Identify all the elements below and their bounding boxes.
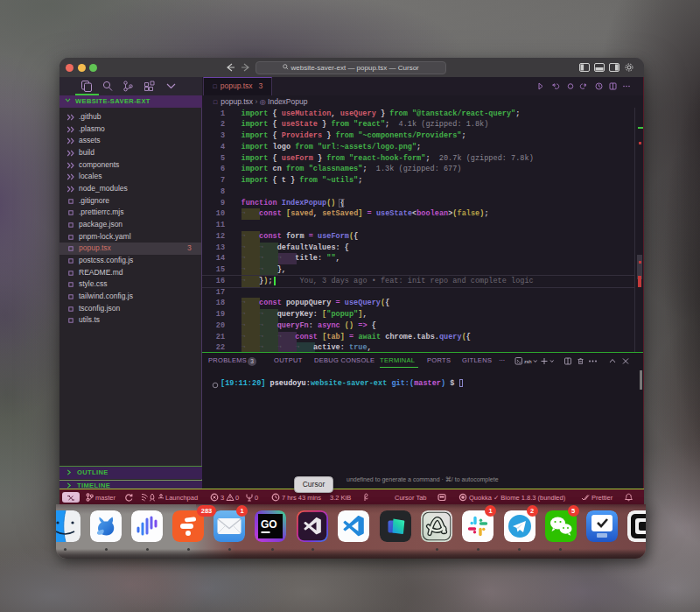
svg-text:zsh: zsh: [524, 359, 532, 364]
svg-text:GO: GO: [261, 518, 277, 531]
